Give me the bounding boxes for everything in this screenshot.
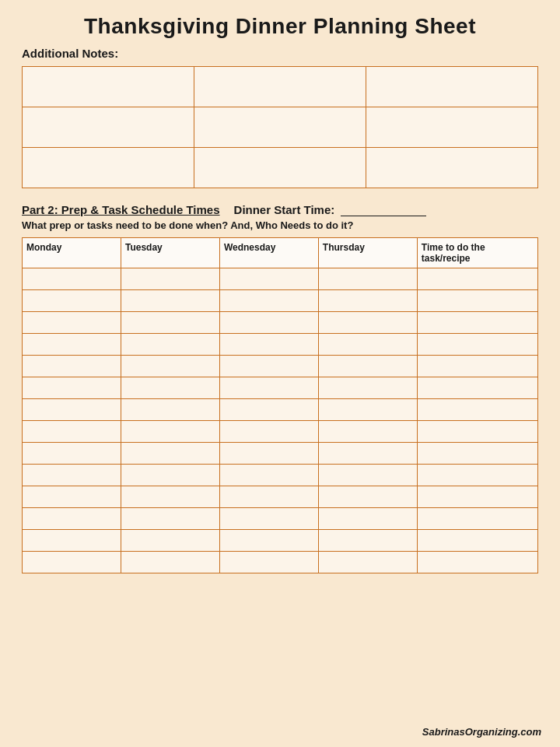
schedule-cell[interactable] <box>417 508 537 530</box>
notes-table <box>22 66 538 188</box>
schedule-cell[interactable] <box>121 508 219 530</box>
schedule-cell[interactable] <box>318 421 417 443</box>
schedule-cell[interactable] <box>417 312 537 334</box>
schedule-cell[interactable] <box>318 312 417 334</box>
schedule-cell[interactable] <box>23 290 121 312</box>
schedule-cell[interactable] <box>417 356 537 377</box>
schedule-cell[interactable] <box>23 552 121 573</box>
schedule-cell[interactable] <box>417 530 537 552</box>
col-header-wednesday: Wednesday <box>219 238 318 268</box>
schedule-cell[interactable] <box>121 312 219 334</box>
schedule-cell[interactable] <box>121 552 219 573</box>
schedule-cell[interactable] <box>417 486 537 508</box>
schedule-row <box>23 465 538 486</box>
schedule-cell[interactable] <box>417 268 537 290</box>
schedule-cell[interactable] <box>219 356 318 377</box>
schedule-cell[interactable] <box>417 421 537 443</box>
schedule-cell[interactable] <box>219 508 318 530</box>
schedule-cell[interactable] <box>121 334 219 356</box>
schedule-cell[interactable] <box>219 486 318 508</box>
notes-cell[interactable] <box>194 148 366 188</box>
schedule-cell[interactable] <box>23 356 121 377</box>
schedule-cell[interactable] <box>23 465 121 486</box>
schedule-cell[interactable] <box>121 465 219 486</box>
schedule-cell[interactable] <box>23 508 121 530</box>
schedule-cell[interactable] <box>219 377 318 399</box>
notes-cell[interactable] <box>366 67 538 107</box>
schedule-cell[interactable] <box>318 290 417 312</box>
schedule-row <box>23 268 538 290</box>
dinner-start-input[interactable] <box>341 202 426 216</box>
schedule-cell[interactable] <box>121 377 219 399</box>
schedule-cell[interactable] <box>417 399 537 421</box>
schedule-cell[interactable] <box>417 334 537 356</box>
schedule-cell[interactable] <box>219 465 318 486</box>
page-title: Thanksgiving Dinner Planning Sheet <box>22 14 538 39</box>
schedule-cell[interactable] <box>219 290 318 312</box>
schedule-cell[interactable] <box>121 486 219 508</box>
schedule-cell[interactable] <box>121 530 219 552</box>
schedule-cell[interactable] <box>219 268 318 290</box>
schedule-cell[interactable] <box>121 443 219 465</box>
schedule-cell[interactable] <box>121 356 219 377</box>
schedule-cell[interactable] <box>219 334 318 356</box>
schedule-cell[interactable] <box>417 290 537 312</box>
schedule-cell[interactable] <box>23 334 121 356</box>
schedule-cell[interactable] <box>23 268 121 290</box>
schedule-cell[interactable] <box>219 399 318 421</box>
schedule-cell[interactable] <box>318 508 417 530</box>
schedule-cell[interactable] <box>219 443 318 465</box>
schedule-row <box>23 399 538 421</box>
schedule-cell[interactable] <box>23 399 121 421</box>
schedule-cell[interactable] <box>23 486 121 508</box>
schedule-row <box>23 290 538 312</box>
notes-cell[interactable] <box>366 107 538 148</box>
schedule-cell[interactable] <box>219 530 318 552</box>
schedule-cell[interactable] <box>318 552 417 573</box>
footer-brand: SabrinasOrganizing.com <box>422 726 541 738</box>
notes-row <box>23 107 538 148</box>
col-header-monday: Monday <box>23 238 121 268</box>
schedule-cell[interactable] <box>318 356 417 377</box>
schedule-cell[interactable] <box>318 465 417 486</box>
notes-cell[interactable] <box>194 67 366 107</box>
schedule-cell[interactable] <box>318 530 417 552</box>
schedule-cell[interactable] <box>219 312 318 334</box>
schedule-cell[interactable] <box>318 377 417 399</box>
schedule-cell[interactable] <box>417 465 537 486</box>
schedule-cell[interactable] <box>23 421 121 443</box>
schedule-cell[interactable] <box>23 443 121 465</box>
notes-cell[interactable] <box>23 148 194 188</box>
schedule-row <box>23 508 538 530</box>
notes-cell[interactable] <box>23 107 194 148</box>
col-header-thursday: Thursday <box>318 238 417 268</box>
notes-cell[interactable] <box>366 148 538 188</box>
schedule-cell[interactable] <box>318 399 417 421</box>
schedule-row <box>23 443 538 465</box>
schedule-row <box>23 530 538 552</box>
notes-label: Additional Notes: <box>22 47 538 60</box>
schedule-cell[interactable] <box>417 552 537 573</box>
dinner-start-label: Dinner Start Time: <box>234 202 427 216</box>
schedule-cell[interactable] <box>23 530 121 552</box>
schedule-cell[interactable] <box>318 486 417 508</box>
schedule-cell[interactable] <box>417 377 537 399</box>
schedule-cell[interactable] <box>121 268 219 290</box>
schedule-cell[interactable] <box>23 312 121 334</box>
schedule-cell[interactable] <box>219 421 318 443</box>
col-header-time: Time to do the task/recipe <box>417 238 537 268</box>
notes-cell[interactable] <box>194 107 366 148</box>
schedule-cell[interactable] <box>219 552 318 573</box>
part2-title: Part 2: Prep & Task Schedule Times <box>22 203 220 216</box>
notes-row <box>23 148 538 188</box>
schedule-cell[interactable] <box>121 421 219 443</box>
schedule-cell[interactable] <box>318 268 417 290</box>
notes-cell[interactable] <box>23 67 194 107</box>
schedule-cell[interactable] <box>318 443 417 465</box>
schedule-cell[interactable] <box>121 290 219 312</box>
schedule-cell[interactable] <box>23 377 121 399</box>
schedule-cell[interactable] <box>417 443 537 465</box>
schedule-cell[interactable] <box>318 334 417 356</box>
schedule-row <box>23 486 538 508</box>
schedule-cell[interactable] <box>121 399 219 421</box>
